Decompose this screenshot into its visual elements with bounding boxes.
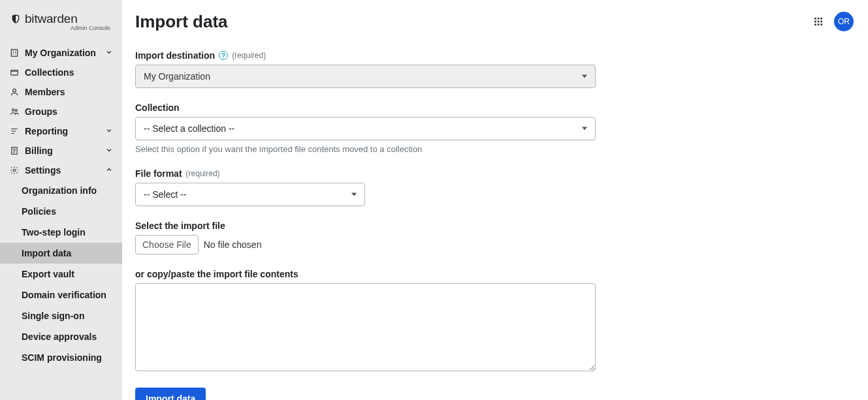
select-value: -- Select a collection -- — [144, 123, 234, 134]
svg-rect-15 — [820, 23, 822, 25]
required-indicator: (required) — [232, 51, 266, 60]
sidebar-item-collections[interactable]: Collections — [0, 63, 122, 82]
sidebar-item-label: Members — [25, 87, 65, 97]
brand-name: bitwarden — [25, 12, 78, 26]
sidebar-item-label: Reporting — [25, 126, 68, 136]
collection-label: Collection — [135, 102, 180, 113]
users-icon — [9, 106, 20, 117]
sidebar-item-label: My Organization — [25, 48, 96, 58]
svg-rect-13 — [814, 23, 816, 25]
import-data-button[interactable]: Import data — [135, 388, 206, 400]
svg-rect-7 — [814, 18, 816, 20]
sidebar: bitwarden Admin Console My Organization … — [0, 0, 122, 400]
select-value: My Organization — [144, 71, 210, 82]
chevron-down-icon — [105, 48, 113, 58]
receipt-icon — [9, 146, 20, 156]
subnav-device-approvals[interactable]: Device approvals — [0, 326, 122, 347]
brand-block: bitwarden Admin Console — [0, 12, 122, 37]
subnav-scim-provisioning[interactable]: SCIM provisioning — [0, 347, 122, 368]
bars-icon — [9, 126, 20, 136]
sidebar-item-groups[interactable]: Groups — [0, 102, 122, 121]
main-content: OR Import data Import destination ? (req… — [122, 0, 868, 400]
file-format-label: File format — [135, 168, 182, 179]
apps-grid-icon[interactable] — [812, 15, 825, 28]
file-format-select[interactable]: -- Select -- — [135, 183, 365, 206]
subnav-organization-info[interactable]: Organization info — [0, 180, 122, 201]
field-import-destination: Import destination ? (required) My Organ… — [135, 50, 855, 88]
svg-rect-8 — [818, 18, 820, 20]
svg-point-6 — [13, 169, 16, 172]
svg-rect-1 — [11, 70, 18, 76]
sidebar-item-label: Settings — [25, 165, 61, 176]
svg-point-3 — [12, 109, 15, 112]
chevron-up-icon — [105, 165, 113, 176]
paste-textarea[interactable] — [135, 283, 596, 371]
svg-rect-11 — [818, 21, 820, 23]
settings-submenu: Organization info Policies Two-step logi… — [0, 180, 122, 368]
sidebar-item-label: Groups — [25, 106, 57, 117]
svg-rect-10 — [814, 21, 816, 23]
page-title: Import data — [135, 12, 855, 32]
sidebar-item-reporting[interactable]: Reporting — [0, 121, 122, 141]
file-status-text: No file chosen — [204, 239, 262, 250]
subnav-policies[interactable]: Policies — [0, 201, 122, 222]
paste-label: or copy/paste the import file contents — [135, 269, 298, 279]
svg-point-2 — [13, 89, 16, 92]
subnav-import-data[interactable]: Import data — [0, 243, 122, 264]
sidebar-nav: My Organization Collections Members Grou… — [0, 43, 122, 180]
user-icon — [9, 87, 20, 97]
field-paste-contents: or copy/paste the import file contents — [135, 269, 855, 373]
chevron-down-icon — [105, 146, 113, 156]
subnav-domain-verification[interactable]: Domain verification — [0, 285, 122, 305]
subnav-export-vault[interactable]: Export vault — [0, 264, 122, 285]
shield-logo-icon — [10, 14, 21, 24]
required-indicator: (required) — [186, 169, 220, 178]
building-icon — [9, 48, 20, 58]
svg-rect-0 — [11, 50, 17, 57]
folder-icon — [9, 67, 20, 78]
select-value: -- Select -- — [144, 189, 186, 200]
sidebar-item-my-organization[interactable]: My Organization — [0, 43, 122, 63]
sidebar-item-settings[interactable]: Settings — [0, 161, 122, 180]
svg-point-4 — [15, 110, 17, 112]
sidebar-item-label: Billing — [25, 146, 53, 156]
sidebar-item-billing[interactable]: Billing — [0, 141, 122, 161]
select-file-label: Select the import file — [135, 221, 225, 231]
import-destination-label: Import destination — [135, 50, 215, 61]
svg-rect-9 — [820, 18, 822, 20]
sidebar-item-members[interactable]: Members — [0, 82, 122, 102]
field-collection: Collection -- Select a collection -- Sel… — [135, 102, 855, 154]
import-destination-select[interactable]: My Organization — [135, 65, 596, 88]
info-icon[interactable]: ? — [219, 51, 228, 60]
svg-rect-12 — [820, 21, 822, 23]
choose-file-button[interactable]: Choose File — [135, 235, 199, 254]
chevron-down-icon — [105, 126, 113, 136]
field-file-format: File format (required) -- Select -- — [135, 168, 855, 206]
topbar: OR — [812, 12, 854, 31]
subnav-single-sign-on[interactable]: Single sign-on — [0, 305, 122, 326]
gear-icon — [9, 165, 20, 176]
collection-select[interactable]: -- Select a collection -- — [135, 117, 596, 140]
subnav-two-step-login[interactable]: Two-step login — [0, 222, 122, 243]
collection-helper-text: Select this option if you want the impor… — [135, 144, 855, 154]
svg-rect-14 — [818, 23, 820, 25]
avatar[interactable]: OR — [834, 12, 854, 31]
sidebar-item-label: Collections — [25, 67, 74, 78]
field-select-file: Select the import file Choose File No fi… — [135, 221, 855, 254]
